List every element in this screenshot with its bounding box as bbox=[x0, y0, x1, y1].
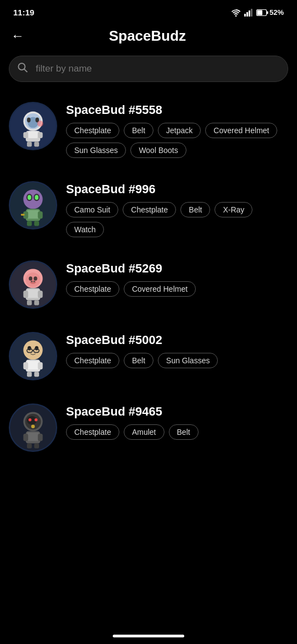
nft-info: SpaceBud #5558ChestplateBeltJetpackCover… bbox=[66, 102, 288, 158]
svg-rect-46 bbox=[38, 291, 43, 298]
svg-rect-34 bbox=[21, 214, 25, 215]
svg-point-26 bbox=[28, 195, 31, 200]
tag[interactable]: Watch bbox=[66, 222, 104, 237]
tag[interactable]: Sun Glasses bbox=[158, 353, 218, 368]
wifi-icon bbox=[231, 9, 241, 17]
nft-tags: ChestplateAmuletBelt bbox=[66, 424, 288, 440]
tag[interactable]: Belt bbox=[169, 424, 199, 440]
nft-tags: ChestplateBeltSun Glasses bbox=[66, 353, 288, 368]
svg-rect-44 bbox=[27, 290, 39, 298]
svg-rect-57 bbox=[27, 361, 39, 369]
tag[interactable]: Wool Boots bbox=[130, 143, 186, 158]
nft-tags: ChestplateCovered Helmet bbox=[66, 281, 288, 297]
svg-point-74 bbox=[31, 425, 35, 429]
signal-icon bbox=[244, 9, 253, 17]
status-icons: 52% bbox=[231, 8, 284, 17]
svg-rect-45 bbox=[23, 291, 28, 298]
nft-info: SpaceBud #9465ChestplateAmuletBelt bbox=[66, 403, 288, 440]
svg-rect-60 bbox=[27, 372, 32, 377]
nft-avatar bbox=[9, 332, 57, 380]
svg-rect-19 bbox=[27, 142, 32, 147]
svg-rect-71 bbox=[38, 434, 43, 441]
nft-name: SpaceBud #9465 bbox=[66, 405, 288, 419]
svg-rect-47 bbox=[27, 301, 32, 305]
list-item[interactable]: SpaceBud #5002ChestplateBeltSun Glasses bbox=[9, 322, 288, 394]
svg-point-37 bbox=[26, 272, 40, 287]
svg-point-27 bbox=[35, 195, 38, 200]
svg-point-13 bbox=[27, 118, 31, 123]
tag[interactable]: Belt bbox=[180, 202, 210, 217]
tag[interactable]: Amulet bbox=[124, 424, 164, 440]
svg-point-50 bbox=[23, 340, 42, 359]
battery-icon: 52% bbox=[256, 8, 284, 17]
svg-point-52 bbox=[35, 346, 38, 351]
nft-avatar bbox=[9, 181, 57, 230]
tag[interactable]: Chestplate bbox=[123, 202, 176, 217]
list-item[interactable]: SpaceBud #5558ChestplateBeltJetpackCover… bbox=[9, 92, 288, 171]
list-item[interactable]: SpaceBud #996Camo SuitChestplateBeltX-Ra… bbox=[9, 171, 288, 250]
tag[interactable]: Chestplate bbox=[66, 424, 119, 440]
svg-rect-5 bbox=[267, 11, 268, 14]
tag[interactable]: Sun Glasses bbox=[66, 143, 126, 158]
svg-point-39 bbox=[34, 276, 37, 281]
tag[interactable]: Covered Helmet bbox=[205, 123, 277, 138]
list-item[interactable]: SpaceBud #5269ChestplateCovered Helmet bbox=[9, 250, 288, 322]
svg-rect-18 bbox=[38, 132, 43, 138]
nft-avatar bbox=[9, 260, 57, 309]
svg-point-51 bbox=[28, 346, 31, 351]
list-item[interactable]: SpaceBud #9465ChestplateAmuletBelt bbox=[9, 394, 288, 465]
tag[interactable]: Covered Helmet bbox=[124, 281, 196, 297]
svg-rect-31 bbox=[38, 211, 43, 219]
svg-rect-61 bbox=[34, 372, 39, 377]
tag[interactable]: Chestplate bbox=[66, 353, 119, 368]
nft-info: SpaceBud #5269ChestplateCovered Helmet bbox=[66, 260, 288, 297]
nft-list: SpaceBud #5558ChestplateBeltJetpackCover… bbox=[0, 92, 297, 465]
tag[interactable]: Jetpack bbox=[158, 123, 201, 138]
svg-point-23 bbox=[23, 189, 42, 209]
tag[interactable]: Chestplate bbox=[66, 123, 119, 138]
svg-rect-70 bbox=[23, 434, 28, 441]
page-title: SpaceBudz bbox=[29, 28, 266, 45]
search-input[interactable] bbox=[9, 56, 288, 82]
svg-rect-2 bbox=[249, 10, 250, 17]
svg-rect-58 bbox=[23, 362, 28, 369]
svg-rect-16 bbox=[28, 131, 38, 138]
svg-rect-17 bbox=[23, 132, 28, 138]
tag[interactable]: Belt bbox=[124, 353, 153, 368]
svg-rect-73 bbox=[34, 444, 39, 449]
nft-tags: ChestplateBeltJetpackCovered HelmetSun G… bbox=[66, 123, 288, 158]
svg-point-66 bbox=[29, 418, 32, 422]
tag[interactable]: X-Ray bbox=[215, 202, 252, 217]
nft-name: SpaceBud #996 bbox=[66, 182, 288, 197]
svg-rect-0 bbox=[244, 14, 246, 17]
header: ← SpaceBudz bbox=[0, 20, 297, 53]
svg-rect-6 bbox=[257, 10, 262, 15]
svg-rect-59 bbox=[38, 362, 43, 369]
svg-rect-29 bbox=[27, 210, 39, 219]
back-button[interactable]: ← bbox=[11, 26, 29, 46]
tag[interactable]: Belt bbox=[124, 123, 153, 138]
svg-rect-3 bbox=[251, 9, 252, 17]
svg-point-21 bbox=[37, 121, 43, 127]
svg-rect-48 bbox=[34, 301, 39, 305]
status-bar: 11:19 52% bbox=[0, 0, 297, 20]
tag[interactable]: Camo Suit bbox=[66, 202, 118, 217]
nft-info: SpaceBud #5002ChestplateBeltSun Glasses bbox=[66, 332, 288, 368]
svg-rect-69 bbox=[27, 433, 39, 441]
svg-point-67 bbox=[35, 418, 38, 422]
nft-name: SpaceBud #5558 bbox=[66, 103, 288, 117]
status-time: 11:19 bbox=[13, 8, 34, 17]
nft-tags: Camo SuitChestplateBeltX-RayWatch bbox=[66, 202, 288, 237]
home-indicator bbox=[113, 635, 184, 637]
nft-name: SpaceBud #5269 bbox=[66, 261, 288, 276]
tag[interactable]: Chestplate bbox=[66, 281, 119, 297]
nft-avatar bbox=[9, 403, 57, 452]
svg-rect-20 bbox=[34, 142, 39, 147]
svg-point-38 bbox=[29, 276, 32, 281]
search-container bbox=[9, 56, 288, 82]
svg-point-42 bbox=[34, 281, 35, 282]
svg-rect-32 bbox=[27, 221, 32, 226]
nft-info: SpaceBud #996Camo SuitChestplateBeltX-Ra… bbox=[66, 181, 288, 237]
svg-rect-1 bbox=[246, 12, 248, 17]
nft-avatar bbox=[9, 102, 57, 150]
